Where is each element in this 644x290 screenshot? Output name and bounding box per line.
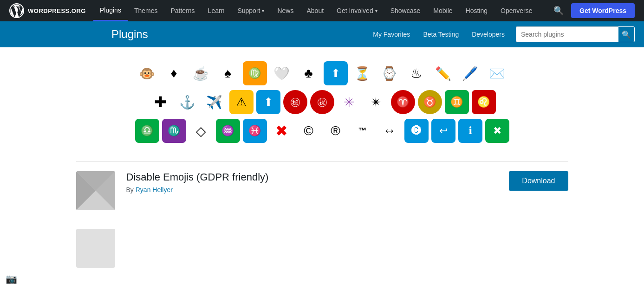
top-navigation: WORDPRESS.ORG Plugins Themes Patterns Le… bbox=[0, 0, 644, 21]
emoji-row-1: 🐵 ♦ ☕ ♠ ♍ 🤍 ♣ ⬆ ⏳ ⌚ ♨ ✏️ 🖊️ ✉️ bbox=[135, 61, 509, 85]
emoji-plus: ✚ bbox=[149, 90, 173, 114]
emoji-information: ℹ bbox=[458, 119, 482, 143]
emoji-curly-loop: 🅒 bbox=[404, 119, 429, 143]
emoji-diamond: ♦ bbox=[162, 61, 186, 85]
support-chevron: ▾ bbox=[262, 8, 264, 13]
emoji-congratulations: ㊗ bbox=[310, 90, 334, 114]
emoji-up-square: ⬆ bbox=[256, 90, 280, 114]
nav-item-openverse[interactable]: Openverse bbox=[494, 0, 539, 21]
emoji-negative-x: ✖ bbox=[485, 119, 509, 143]
emoji-warning: ⚠ bbox=[229, 90, 254, 114]
emoji-club: ♣ bbox=[297, 61, 321, 85]
search-icon: 🔍 bbox=[622, 30, 631, 39]
emoji-coffee: ☕ bbox=[189, 61, 213, 85]
emoji-showcase: 🐵 ♦ ☕ ♠ ♍ 🤍 ♣ ⬆ ⏳ ⌚ ♨ ✏️ 🖊️ ✉️ ✚ ⚓ ✈️ ⚠ … bbox=[76, 61, 568, 143]
logo-text: WORDPRESS.ORG bbox=[28, 7, 86, 14]
my-favorites-link[interactable]: My Favorites bbox=[367, 21, 416, 47]
nav-item-patterns[interactable]: Patterns bbox=[164, 0, 201, 21]
nav-item-plugins[interactable]: Plugins bbox=[93, 0, 128, 21]
emoji-pen: 🖊️ bbox=[458, 61, 482, 85]
emoji-row-2: ✚ ⚓ ✈️ ⚠ ⬆ ㊙ ㊗ ✳ ✴ ♈ ♉ ♊ ♌ bbox=[149, 90, 496, 114]
plugin-name: Disable Emojis (GDPR friendly) bbox=[126, 171, 498, 183]
nav-item-mobile[interactable]: Mobile bbox=[427, 0, 459, 21]
plugin-author: By Ryan Hellyer bbox=[126, 186, 498, 193]
nav-item-get-involved[interactable]: Get Involved ▾ bbox=[330, 0, 384, 21]
emoji-pencil: ✏️ bbox=[431, 61, 455, 85]
plugin-info: Disable Emojis (GDPR friendly) By Ryan H… bbox=[126, 171, 498, 193]
nav-item-about[interactable]: About bbox=[300, 0, 330, 21]
placeholder-plugin-icon bbox=[76, 229, 115, 268]
author-link[interactable]: Ryan Hellyer bbox=[136, 186, 173, 193]
emoji-mail: ✉️ bbox=[485, 61, 509, 85]
emoji-hotspring: ♨ bbox=[404, 61, 429, 85]
emoji-sparkle: ✳ bbox=[337, 90, 361, 114]
plugin-download-area: Download bbox=[509, 171, 568, 191]
emoji-secret: ㊙ bbox=[283, 90, 307, 114]
developers-link[interactable]: Developers bbox=[466, 21, 510, 47]
emoji-up-arrow: ⬆ bbox=[324, 61, 348, 85]
author-prefix: By bbox=[126, 186, 134, 193]
search-button[interactable]: 🔍 bbox=[618, 26, 635, 42]
emoji-trademark: ™ bbox=[351, 119, 375, 143]
emoji-anchor: ⚓ bbox=[176, 90, 200, 114]
search-input[interactable] bbox=[516, 26, 618, 42]
emoji-return: ↩ bbox=[431, 119, 455, 143]
bottom-placeholder bbox=[76, 219, 568, 277]
nav-item-themes[interactable]: Themes bbox=[128, 0, 164, 21]
emoji-registered: ® bbox=[324, 119, 348, 143]
emoji-aquarius: ♒ bbox=[216, 119, 240, 143]
emoji-pisces: ♓ bbox=[243, 119, 267, 143]
download-button[interactable]: Download bbox=[509, 171, 568, 191]
emoji-eight-star: ✴ bbox=[364, 90, 388, 114]
emoji-left-right-arrow: ↔ bbox=[377, 119, 402, 143]
plugin-icon bbox=[76, 171, 115, 210]
emoji-copyright: © bbox=[297, 119, 321, 143]
emoji-spade: ♠ bbox=[216, 61, 240, 85]
beta-testing-link[interactable]: Beta Testing bbox=[417, 21, 464, 47]
emoji-airplane: ✈️ bbox=[202, 90, 227, 114]
emoji-watch: ⌚ bbox=[377, 61, 402, 85]
search-icon[interactable]: 🔍 bbox=[552, 4, 566, 18]
emoji-aries: ♈ bbox=[391, 90, 415, 114]
emoji-hourglass: ⏳ bbox=[351, 61, 375, 85]
emoji-gemini: ♊ bbox=[445, 90, 469, 114]
nav-item-support[interactable]: Support ▾ bbox=[231, 0, 271, 21]
get-wordpress-button[interactable]: Get WordPress bbox=[571, 3, 635, 18]
plugin-navigation: Plugins My Favorites Beta Testing Develo… bbox=[0, 21, 644, 47]
emoji-leo: ♌ bbox=[472, 90, 496, 114]
emoji-cross-mark: ✖ bbox=[270, 119, 294, 143]
emoji-scorpio: ♏ bbox=[162, 119, 186, 143]
emoji-libra: ♎ bbox=[135, 119, 159, 143]
plugin-search-area: 🔍 bbox=[516, 26, 635, 42]
nav-item-learn[interactable]: Learn bbox=[202, 0, 231, 21]
emoji-virgo: ♍ bbox=[243, 61, 267, 85]
emoji-monkey: 🐵 bbox=[135, 61, 159, 85]
main-content: 🐵 ♦ ☕ ♠ ♍ 🤍 ♣ ⬆ ⏳ ⌚ ♨ ✏️ 🖊️ ✉️ ✚ ⚓ ✈️ ⚠ … bbox=[67, 47, 578, 290]
plugin-nav-links: My Favorites Beta Testing Developers bbox=[367, 21, 510, 47]
wordpress-logo[interactable]: WORDPRESS.ORG bbox=[9, 3, 86, 18]
emoji-taurus: ♉ bbox=[418, 90, 442, 114]
plugin-card: Disable Emojis (GDPR friendly) By Ryan H… bbox=[76, 161, 568, 219]
nav-item-hosting[interactable]: Hosting bbox=[459, 0, 494, 21]
emoji-heart: 🤍 bbox=[270, 61, 294, 85]
get-involved-chevron: ▾ bbox=[375, 8, 377, 13]
nav-item-showcase[interactable]: Showcase bbox=[384, 0, 427, 21]
nav-item-news[interactable]: News bbox=[271, 0, 300, 21]
emoji-row-3: ♎ ♏ ◇ ♒ ♓ ✖ © ® ™ ↔ 🅒 ↩ ℹ ✖ bbox=[135, 119, 509, 143]
nav-items: Plugins Themes Patterns Learn Support ▾ … bbox=[93, 0, 552, 21]
emoji-diamond-outline: ◇ bbox=[189, 119, 213, 143]
camera-icon: 📷 bbox=[6, 273, 17, 284]
plugin-page-title: Plugins bbox=[9, 28, 148, 41]
nav-right: 🔍 Get WordPress bbox=[552, 3, 635, 18]
